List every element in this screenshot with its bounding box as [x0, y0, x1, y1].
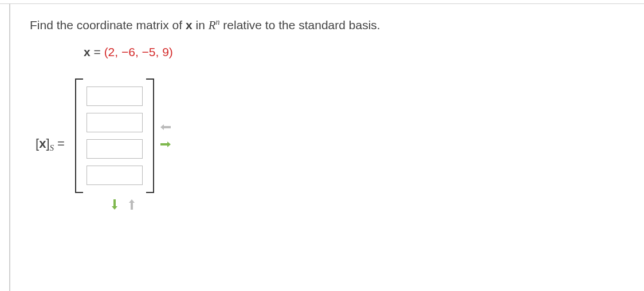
matrix-column-container [75, 78, 171, 210]
question-prompt: Find the coordinate matrix of x in Rn re… [30, 17, 644, 34]
question-body: Find the coordinate matrix of x in Rn re… [9, 4, 644, 291]
matrix-bracket-wrap [75, 78, 171, 193]
question-mid: in [193, 18, 209, 32]
question-suffix: relative to the standard basis. [220, 18, 380, 32]
matrix-right-bracket [146, 78, 154, 193]
question-bold-x: x [186, 18, 193, 32]
vector-definition: x = (2, −6, −5, 9) [84, 45, 644, 59]
vector-value: (2, −6, −5, 9) [104, 45, 173, 58]
question-container: Find the coordinate matrix of x in Rn re… [0, 3, 644, 291]
matrix-input-3[interactable] [87, 139, 143, 159]
matrix-inputs-column [83, 78, 146, 193]
arrow-left-icon [160, 124, 171, 131]
matrix-input-1[interactable] [87, 86, 143, 106]
matrix-left-bracket [75, 78, 83, 193]
vector-x-label: x [84, 45, 91, 58]
vector-equals: = [91, 45, 104, 58]
arrow-right-icon [160, 141, 171, 148]
question-prefix: Find the coordinate matrix of [30, 18, 186, 32]
label-equals: = [54, 136, 65, 151]
label-subscript-s: S [50, 143, 54, 152]
remove-column-button[interactable] [160, 121, 171, 133]
remove-row-button[interactable] [126, 199, 138, 210]
label-x: x [39, 136, 46, 151]
question-R: R [209, 18, 216, 32]
matrix-input-2[interactable] [87, 113, 143, 132]
question-n-superscript: n [216, 18, 220, 26]
add-column-button[interactable] [160, 139, 171, 150]
add-row-button[interactable] [109, 199, 120, 210]
matrix-input-4[interactable] [87, 166, 143, 185]
row-size-controls [109, 199, 138, 210]
arrow-down-icon [111, 199, 118, 210]
arrow-up-icon [128, 199, 135, 210]
column-size-controls [160, 78, 171, 193]
coordinate-matrix-label: [x]S = [36, 136, 65, 153]
answer-area: [x]S = [36, 78, 644, 210]
